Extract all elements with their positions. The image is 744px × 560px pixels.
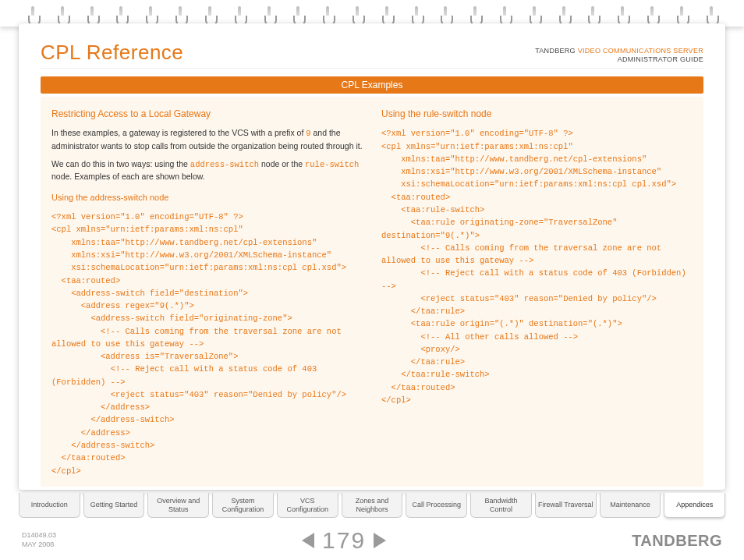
prev-page-icon[interactable] [302, 533, 314, 548]
spiral-binding [0, 0, 744, 27]
left-code-block: <?xml version="1.0" encoding="UTF-8" ?> … [51, 211, 363, 477]
page-number: 179 [322, 527, 366, 554]
tab-getting-started[interactable]: Getting Started [83, 493, 145, 518]
right-code-block: <?xml version="1.0" encoding="UTF-8" ?> … [381, 127, 693, 406]
tab-maintenance[interactable]: Maintenance [600, 493, 661, 518]
tab-zones-neighbors[interactable]: Zones and Neighbors [342, 493, 403, 518]
tab-system-config[interactable]: System Configuration [212, 493, 274, 518]
intro-para-2: We can do this in two ways: using the ad… [51, 158, 363, 183]
pager: 179 [302, 527, 386, 554]
next-page-icon[interactable] [374, 533, 386, 548]
page-title: CPL Reference [41, 41, 183, 65]
tab-firewall-traversal[interactable]: Firewall Traversal [535, 493, 597, 518]
intro-para-1: In these examples, a gateway is register… [51, 127, 363, 151]
tab-bandwidth-control[interactable]: Bandwidth Control [470, 493, 532, 518]
tab-overview-status[interactable]: Overview and Status [147, 493, 209, 518]
tab-vcs-config[interactable]: VCS Configuration [277, 493, 338, 518]
tab-call-processing[interactable]: Call Processing [406, 493, 467, 518]
brand-line: TANDBERG VIDEO COMMUNICATIONS SERVER ADM… [535, 47, 703, 65]
left-heading: Restricting Access to a Local Gateway [51, 108, 363, 121]
doc-id: D14049.03MAY 2008 [22, 531, 56, 549]
left-subheading: Using the address-switch node [51, 192, 363, 204]
tab-introduction[interactable]: Introduction [19, 493, 80, 518]
content-sheet: CPL Reference TANDBERG VIDEO COMMUNICATI… [19, 23, 725, 490]
bottom-tabs: Introduction Getting Started Overview an… [19, 493, 725, 518]
footer: D14049.03MAY 2008 179 TANDBERG [22, 527, 722, 554]
tab-appendices[interactable]: Appendices [664, 493, 725, 518]
right-heading: Using the rule-switch node [381, 108, 693, 121]
page: CPL Reference TANDBERG VIDEO COMMUNICATI… [0, 0, 744, 560]
section-bar: CPL Examples [41, 76, 703, 94]
brand-logo: TANDBERG [632, 532, 722, 550]
left-column: Restricting Access to a Local Gateway In… [51, 106, 363, 477]
right-column: Using the rule-switch node <?xml version… [381, 106, 693, 477]
content-body: Restricting Access to a Local Gateway In… [41, 97, 703, 487]
